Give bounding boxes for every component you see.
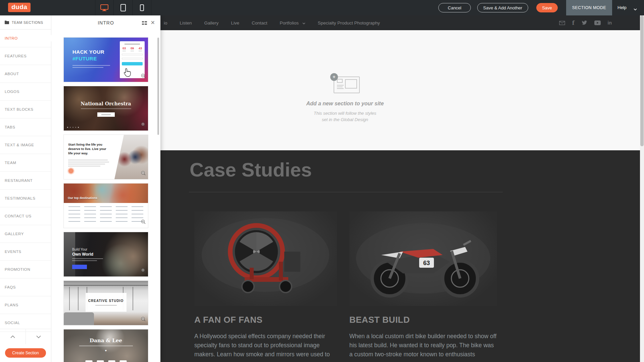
template-hack-your-future[interactable]: HACK YOUR #FUTURE 03 09 43: [64, 38, 148, 82]
card-title: BEAST BUILD: [349, 315, 497, 325]
sidebar-item-plans[interactable]: PLANS: [0, 296, 51, 314]
save-and-add-another-button[interactable]: Save & Add Another: [477, 3, 528, 12]
twitter-icon[interactable]: [582, 20, 587, 25]
scroll-down-button[interactable]: [26, 329, 51, 344]
nav-item-contact[interactable]: Contact: [252, 20, 267, 25]
page-scrollbar-thumb[interactable]: [640, 15, 644, 146]
sidebar-item-text-blocks[interactable]: TEXT BLOCKS: [0, 101, 51, 118]
cancel-button[interactable]: Cancel: [438, 3, 471, 12]
button-sketch: [97, 112, 115, 117]
site-preview-canvas: io Listen Gallery Live Contact Portfolio…: [160, 15, 640, 362]
sidebar-item-intro[interactable]: INTRO: [0, 30, 51, 47]
sidebar-item-testimonials[interactable]: TESTIMONIALS: [0, 190, 51, 207]
sidebar-item-about[interactable]: ABOUT: [0, 65, 51, 83]
template-list: HACK YOUR #FUTURE 03 09 43 National Orch…: [51, 32, 160, 362]
scroll-up-button[interactable]: [0, 329, 26, 344]
tablet-view-button[interactable]: [114, 0, 133, 15]
card-text: A Hollywood special effects company need…: [194, 332, 337, 359]
add-section-icon: +: [330, 74, 360, 93]
page-scrollbar[interactable]: [640, 15, 644, 362]
panel-header: INTRO ✕: [51, 15, 160, 30]
template-title: Our top destinations: [68, 196, 97, 200]
sidebar-pager: [0, 329, 51, 344]
sidebar-header-label: TEAM SECTIONS: [12, 20, 43, 24]
template-start-living[interactable]: Start living the life you deserve to liv…: [64, 135, 148, 179]
nav-item-truncated[interactable]: io: [164, 20, 167, 25]
svg-text:63: 63: [423, 260, 430, 266]
sidebar-item-restaurant[interactable]: RESTAURANT: [0, 172, 51, 190]
sidebar-item-contact-us[interactable]: CONTACT US: [0, 207, 51, 225]
studio-card: CREATIVE STUDIO: [86, 293, 127, 312]
nav-item-portfolios[interactable]: Portfolios: [280, 20, 305, 25]
template-title: CREATIVE STUDIO: [88, 299, 123, 303]
nav-item-gallery[interactable]: Gallery: [204, 20, 219, 25]
site-navigation-bar: io Listen Gallery Live Contact Portfolio…: [160, 15, 640, 30]
card-title: A FAN OF FANS: [194, 315, 337, 325]
countdown-widget: 03 09 43: [120, 41, 145, 78]
street-photo-sketch: [64, 184, 148, 203]
nav-item-specialty[interactable]: Specialty Product Photography: [318, 20, 380, 25]
countdown-boxes: [85, 360, 127, 362]
sidebar-item-logos[interactable]: LOGOS: [0, 83, 51, 101]
template-build-your-own-world[interactable]: Build Your Own World: [64, 232, 148, 276]
placeholder-title: Add a new section to your site: [291, 101, 399, 107]
add-section-placeholder[interactable]: + Add a new section to your site This se…: [291, 74, 399, 123]
panel-title: INTRO: [98, 20, 114, 25]
mobile-icon: [140, 4, 144, 11]
zoom-preview-icon[interactable]: [141, 171, 146, 177]
template-top-destinations[interactable]: Our top destinations: [64, 184, 148, 228]
nav-item-live[interactable]: Live: [231, 20, 239, 25]
tablet-icon: [120, 4, 126, 11]
sidebar-item-gallery[interactable]: GALLERY: [0, 225, 51, 243]
template-national-orchestra[interactable]: National Orchestra: [64, 86, 148, 131]
youtube-icon[interactable]: [594, 20, 601, 25]
sidebar-item-tabs[interactable]: TABS: [0, 118, 51, 136]
desktop-view-button[interactable]: [95, 0, 114, 15]
nav-item-listen[interactable]: Listen: [180, 20, 192, 25]
sidebar-item-team[interactable]: TEAM: [0, 154, 51, 172]
folder-icon: [5, 20, 9, 24]
zoom-preview-icon[interactable]: [141, 317, 146, 323]
close-icon[interactable]: ✕: [151, 19, 155, 26]
grid-view-icon[interactable]: [142, 20, 147, 27]
sidebar-item-promotion[interactable]: PROMOTION: [0, 261, 51, 278]
intro-sections-panel: INTRO ✕ HACK YOUR #FUTURE 03 09 43: [51, 15, 160, 362]
desktop-icon: [100, 4, 109, 11]
save-button[interactable]: Save: [536, 3, 558, 12]
signup-button-sketch: [122, 62, 143, 65]
chevron-down-icon[interactable]: [634, 6, 637, 12]
sidebar-item-features[interactable]: FEATURES: [0, 47, 51, 65]
section-mode-badge: SECTION MODE: [566, 0, 612, 15]
case-studies-section: Case Studies: [160, 150, 640, 362]
sidebar-item-text-image[interactable]: TEXT & IMAGE: [0, 136, 51, 154]
new-section-drop-zone: + Add a new section to your site This se…: [160, 30, 640, 150]
linkedin-icon[interactable]: in: [608, 20, 612, 25]
bike-photo: 63: [349, 211, 497, 306]
panel-scrollbar-thumb[interactable]: [157, 38, 159, 135]
top-bar: duda Cancel Save & Add Another Save SECT…: [0, 0, 644, 15]
email-icon[interactable]: [559, 21, 565, 25]
zoom-preview-icon[interactable]: [141, 73, 146, 80]
zoom-preview-icon[interactable]: [141, 268, 146, 274]
template-heading: #FUTURE: [72, 56, 97, 61]
sidebar-item-faqs[interactable]: FAQS: [0, 278, 51, 296]
chevron-down-icon: [302, 20, 305, 25]
zoom-preview-icon[interactable]: [141, 122, 146, 128]
sidebar-item-events[interactable]: EVENTS: [0, 243, 51, 261]
case-study-card-fan: A FAN OF FANS A Hollywood special effect…: [194, 211, 337, 359]
zoom-preview-icon[interactable]: [141, 219, 146, 226]
accent-dot: [68, 168, 73, 173]
template-heading: Build Your: [72, 248, 87, 251]
create-section-button[interactable]: Create Section: [5, 348, 46, 358]
template-creative-studio[interactable]: CREATIVE STUDIO: [64, 281, 148, 325]
help-menu[interactable]: Help: [617, 5, 627, 10]
template-dana-and-lee[interactable]: Dana & Lee ♥: [64, 329, 148, 362]
sections-sidebar: TEAM SECTIONS INTRO FEATURES ABOUT LOGOS…: [0, 15, 51, 362]
template-heading: Start living the life you deserve to liv…: [68, 142, 112, 155]
mobile-view-button[interactable]: [133, 0, 151, 15]
placeholder-subtitle: This section will follow the styles set …: [291, 110, 399, 123]
button-sketch: [72, 265, 87, 269]
facebook-icon[interactable]: f: [572, 20, 575, 26]
countdown-value: 03: [122, 47, 126, 50]
countdown-value: 09: [131, 47, 134, 50]
